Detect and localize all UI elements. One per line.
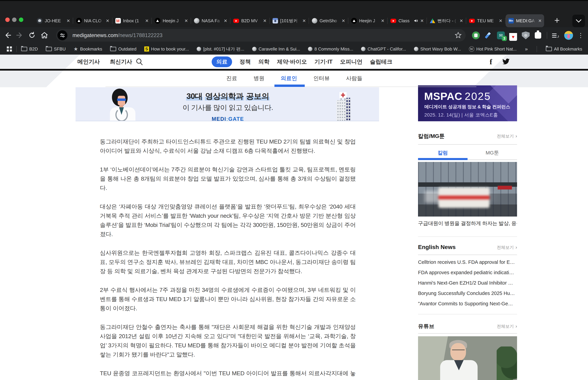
media-controls-button[interactable]: ♪ (552, 32, 560, 39)
category-item[interactable]: 의료 (212, 57, 232, 67)
zoom-window-button[interactable] (19, 18, 23, 22)
bookmark-item[interactable]: B2D (21, 46, 38, 52)
browser-tab[interactable]: Class ✕ (388, 14, 426, 27)
extension-mail-icon[interactable]: ✉3 (497, 32, 505, 39)
category-item[interactable]: 기기·IT (314, 58, 332, 66)
youtube-video-thumbnail[interactable] (418, 336, 517, 380)
tab-close-button[interactable]: ✕ (419, 18, 425, 24)
nav-latest-articles[interactable]: 최신기사 (110, 58, 132, 66)
bookmark-item[interactable]: 8 Commonly Miss... (308, 46, 353, 52)
forward-button[interactable] (16, 31, 24, 39)
search-button[interactable] (135, 58, 143, 66)
category-item[interactable]: 슬립테크 (370, 58, 392, 66)
browser-tab[interactable]: TEU ME ✕ (466, 14, 505, 27)
subnav-item[interactable]: 의료인 (281, 75, 297, 82)
bookmark-item[interactable]: SHow to book your... (144, 46, 189, 52)
tab-close-button[interactable]: ✕ (380, 18, 385, 24)
apps-grid-icon[interactable] (7, 46, 12, 52)
bookmark-item[interactable]: WHot Pink Short Nat... (469, 46, 517, 52)
address-bar[interactable]: medigatenews.com/news/1788122223 (56, 29, 466, 41)
column-tab[interactable]: MG툰 (468, 145, 517, 160)
column-article-image[interactable] (418, 162, 517, 217)
browser-tab[interactable]: NASA Fa ✕ (191, 14, 230, 27)
tab-close-button[interactable]: ✕ (262, 18, 268, 24)
bookmark-item[interactable]: Outdated (110, 46, 136, 52)
column-tab[interactable]: 칼럼 (418, 145, 468, 160)
subnav-item[interactable]: 사람들 (346, 75, 362, 82)
extension-pen-icon[interactable] (484, 32, 492, 39)
mspac-banner[interactable]: MSPAC2025 메디게이트 성공개원 정보 & 학술 컨퍼런스 2025. … (418, 85, 517, 121)
tab-search-button[interactable] (572, 15, 585, 27)
tab-close-button[interactable]: ✕ (341, 18, 346, 24)
tab-close-button[interactable]: ✕ (144, 18, 150, 24)
column-article-caption[interactable]: 구급대원이 병원을 결정하게 하자는 발상, 응급… (418, 220, 517, 227)
bookmark-item[interactable]: [plst. #017] 내가 편... (197, 46, 244, 52)
browser-tab[interactable]: JO-HEE ✕ (34, 14, 73, 27)
profile-avatar[interactable] (564, 31, 573, 40)
subnav-item[interactable]: 병원 (253, 75, 265, 82)
category-item[interactable]: 오피니언 (340, 58, 362, 66)
bookmarks-separator (537, 46, 537, 52)
subnav-item[interactable]: 진료 (226, 75, 237, 82)
tab-close-button[interactable]: ✕ (183, 18, 189, 24)
tab-close-button[interactable]: ✕ (105, 18, 111, 24)
promo-banner[interactable]: 30대 영상의학과 공보의 이 기사를 많이 읽고 있습니다. MEDI:GAT… (76, 87, 379, 121)
category-item[interactable]: 정책 (240, 58, 251, 66)
english-news-view-all-link[interactable]: 전체보기› (497, 245, 517, 250)
english-news-item[interactable]: FDA approves expanded pediatric indicati… (418, 267, 517, 278)
tab-close-button[interactable]: ✕ (301, 18, 307, 24)
bookmark-star-button[interactable] (455, 32, 462, 38)
reload-button[interactable] (28, 31, 36, 39)
bookmark-item[interactable]: ChatGPT - Califor... (361, 46, 406, 52)
facebook-icon[interactable]: f (490, 57, 492, 66)
site-settings-button[interactable] (57, 30, 67, 40)
bookmark-item[interactable]: Short Wavy Bob W... (414, 46, 461, 52)
bookmark-label: 8 Commonly Miss... (314, 46, 353, 52)
youtube-view-all-link[interactable]: 전체보기› (497, 323, 517, 329)
browser-tab[interactable]: Heejin J ✕ (348, 14, 387, 27)
bookmarks-overflow-button[interactable]: » (525, 46, 528, 52)
browser-tab[interactable]: MEDI:GA ✕ (506, 14, 544, 27)
browser-menu-button[interactable]: ⋮ (577, 32, 585, 39)
browser-tab[interactable]: Heejin J ✕ (152, 14, 190, 27)
tab-close-button[interactable]: ✕ (65, 18, 71, 24)
tab-close-button[interactable]: ✕ (537, 18, 543, 24)
audio-speaker-icon[interactable] (414, 19, 418, 23)
tab-close-button[interactable]: ✕ (223, 18, 228, 24)
english-news-item[interactable]: Hanmi's Next-Gen EZH1/2 Dual Inhibitor … (418, 278, 517, 288)
extension-robot-icon[interactable] (472, 32, 480, 39)
english-news-item[interactable]: Celltrion receives U.S. FDA approval for… (418, 257, 517, 267)
nav-main-articles[interactable]: 메인기사 (77, 58, 100, 66)
browser-tab[interactable]: 뻔하다 - ( ✕ (427, 14, 466, 27)
tab-close-button[interactable]: ✕ (498, 18, 503, 24)
browser-tab[interactable]: [101벙커 ✕ (270, 14, 308, 27)
tab-close-button[interactable]: ✕ (458, 18, 464, 24)
minimize-window-button[interactable] (12, 18, 17, 22)
bookmark-item[interactable]: ★Bookmarks (74, 46, 102, 52)
twitter-icon[interactable] (502, 58, 510, 65)
browser-tab[interactable]: NIA CLO ✕ (73, 14, 112, 27)
vercel-favicon-icon (155, 18, 160, 24)
browser-tab[interactable]: Inbox (1 ✕ (113, 14, 151, 27)
all-bookmarks-label: All Bookmarks (554, 46, 582, 52)
category-item[interactable]: 제약·바이오 (277, 58, 307, 66)
subnav-item[interactable]: 인터뷰 (313, 75, 330, 82)
new-tab-button[interactable]: + (554, 15, 560, 25)
english-news-item[interactable]: Boryung Successfully Concludes 2025 Hu… (418, 288, 517, 299)
search-icon (135, 58, 143, 66)
home-button[interactable] (40, 31, 48, 39)
close-window-button[interactable] (5, 18, 10, 22)
category-item[interactable]: 의학 (258, 58, 269, 66)
all-bookmarks-button[interactable]: All Bookmarks (546, 46, 582, 52)
browser-tab[interactable]: B2D MV ✕ (230, 14, 269, 27)
english-news-item[interactable]: "Avantor Commits to Supporting Next-Ge… (418, 299, 517, 309)
column-view-all-link[interactable]: 전체보기› (497, 133, 517, 139)
extension-shield-icon[interactable] (522, 32, 530, 39)
tab-title: Inbox (1 (123, 18, 143, 23)
browser-tab[interactable]: GetnSho ✕ (309, 14, 348, 27)
bookmark-item[interactable]: Caravelle Inn & Sui... (252, 46, 300, 52)
extensions-menu-button[interactable] (534, 32, 542, 39)
back-button[interactable] (4, 31, 12, 39)
extension-heart-icon[interactable]: ♥ (509, 32, 517, 41)
bookmark-item[interactable]: SFBU (46, 46, 66, 52)
